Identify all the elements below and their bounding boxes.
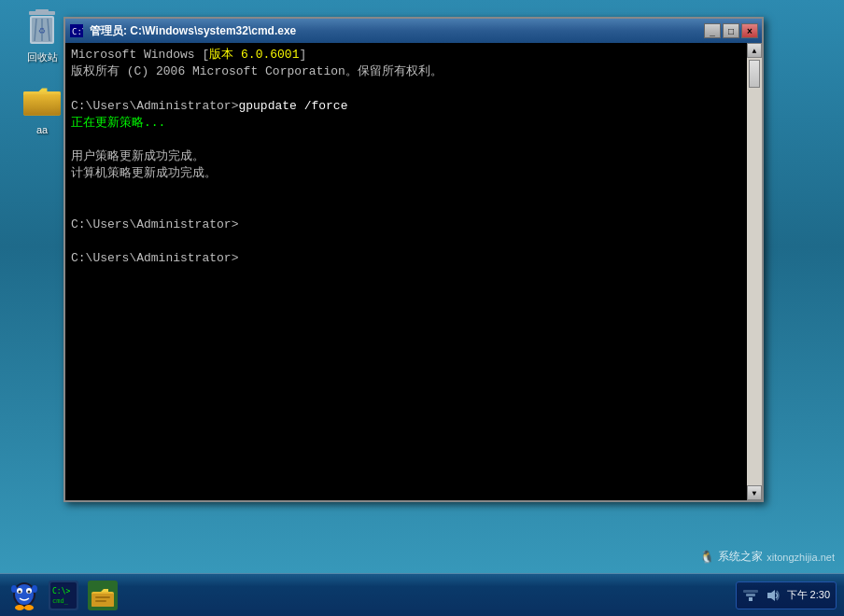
cmd-line-3 xyxy=(71,80,741,97)
cmd-line-9 xyxy=(71,183,741,200)
tray-time-display: 下午 2:30 xyxy=(787,588,830,602)
recycle-bin-image: ♻ xyxy=(23,9,61,47)
cmd-line-1: Microsoft Windows [版本 6.0.6001] xyxy=(71,47,741,63)
taskbar-start-area: C:\> cmd_ xyxy=(0,579,127,612)
tray-network-icon[interactable] xyxy=(742,587,759,604)
svg-rect-11 xyxy=(23,95,61,116)
taskbar-qq-icon[interactable] xyxy=(7,579,41,612)
cmd-close-button[interactable]: × xyxy=(741,23,758,38)
cmd-minimize-button[interactable]: _ xyxy=(704,23,721,38)
svg-point-20 xyxy=(11,585,17,593)
svg-marker-36 xyxy=(767,590,775,601)
desktop-icons-area: ♻ 回收站 xyxy=(14,9,70,135)
cmd-line-2: 版权所有 (C) 2006 Microsoft Corporation。保留所有… xyxy=(71,63,741,80)
cmd-line-11: C:\Users\Administrator> xyxy=(71,217,741,233)
taskbar-folder-icon[interactable] xyxy=(86,579,120,612)
svg-rect-31 xyxy=(95,596,110,598)
watermark-url: xitongzhijia.net xyxy=(767,552,835,563)
watermark-text: 系统之家 xyxy=(718,549,763,565)
svg-rect-33 xyxy=(749,597,753,601)
svg-text:C:\: C:\ xyxy=(72,27,83,36)
cmd-scrollbar[interactable]: ▲ ▼ xyxy=(747,43,762,500)
cmd-line-5: 正在更新策略... xyxy=(71,115,741,132)
cmd-line-6 xyxy=(71,132,741,148)
scrollbar-thumb[interactable] xyxy=(749,60,760,88)
svg-rect-1 xyxy=(35,9,49,13)
cmd-body: Microsoft Windows [版本 6.0.6001] 版权所有 (C)… xyxy=(65,43,762,500)
folder-aa-label: aa xyxy=(36,124,48,135)
cmd-line-4: C:\Users\Administrator>gpupdate /force xyxy=(71,98,741,115)
svg-point-23 xyxy=(24,605,34,610)
desktop: ♻ 回收站 xyxy=(0,0,844,616)
cmd-title-text: 管理员: C:\Windows\system32\cmd.exe xyxy=(90,23,704,39)
svg-point-18 xyxy=(19,590,21,593)
folder-aa-image xyxy=(23,83,61,120)
cmd-line-12 xyxy=(71,233,741,250)
cmd-line-10 xyxy=(71,200,741,217)
svg-rect-34 xyxy=(746,594,755,596)
scrollbar-down-button[interactable]: ▼ xyxy=(747,485,762,500)
svg-text:♻: ♻ xyxy=(38,24,45,37)
svg-rect-32 xyxy=(95,600,106,602)
watermark-icon: 🐧 xyxy=(699,550,714,564)
svg-text:cmd_: cmd_ xyxy=(52,597,69,605)
cmd-titlebar: C:\ 管理员: C:\Windows\system32\cmd.exe _ □… xyxy=(65,19,762,43)
cmd-line-8: 计算机策略更新成功完成。 xyxy=(71,165,741,182)
watermark: 🐧 系统之家 xitongzhijia.net xyxy=(699,549,835,565)
recycle-bin-icon[interactable]: ♻ 回收站 xyxy=(14,9,70,64)
cmd-line-7: 用户策略更新成功完成。 xyxy=(71,148,741,165)
scrollbar-track[interactable] xyxy=(747,58,762,485)
taskbar-cmd-icon[interactable]: C:\> cmd_ xyxy=(47,579,80,612)
cmd-maximize-button[interactable]: □ xyxy=(723,23,739,38)
folder-aa-icon[interactable]: aa xyxy=(14,83,70,135)
cmd-title-icon: C:\ xyxy=(69,23,84,38)
svg-point-15 xyxy=(15,584,34,605)
svg-text:C:\>: C:\> xyxy=(52,587,70,595)
svg-point-19 xyxy=(28,590,31,593)
taskbar-right: 下午 2:30 xyxy=(736,581,844,609)
taskbar: C:\> cmd_ xyxy=(0,573,844,616)
svg-point-21 xyxy=(32,585,37,593)
tray-time: 下午 2:30 xyxy=(787,588,830,602)
recycle-bin-label: 回收站 xyxy=(27,50,58,64)
cmd-window: C:\ 管理员: C:\Windows\system32\cmd.exe _ □… xyxy=(63,17,764,502)
scrollbar-up-button[interactable]: ▲ xyxy=(747,43,762,58)
tray-volume-icon[interactable] xyxy=(765,587,781,604)
svg-point-22 xyxy=(15,605,24,610)
cmd-content-area[interactable]: Microsoft Windows [版本 6.0.6001] 版权所有 (C)… xyxy=(71,47,741,497)
svg-rect-35 xyxy=(743,590,758,593)
cmd-line-13: C:\Users\Administrator> xyxy=(71,250,741,267)
cmd-window-controls: _ □ × xyxy=(704,23,758,38)
system-tray: 下午 2:30 xyxy=(736,581,837,609)
